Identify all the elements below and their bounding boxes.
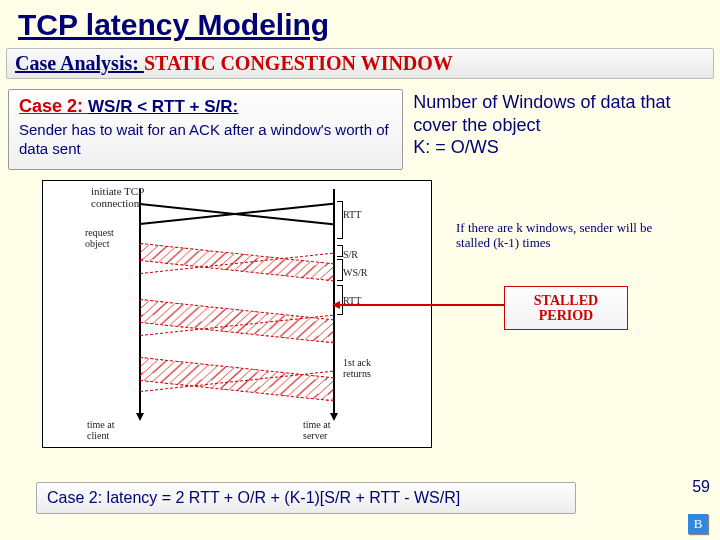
case-box: Case 2: WS/R < RTT + S/R: Sender has to … — [8, 89, 403, 170]
page-title: TCP latency Modeling — [0, 0, 720, 48]
case-heading: Case 2: WS/R < RTT + S/R: — [19, 96, 392, 117]
bracket-sr — [337, 245, 343, 257]
label-rtt: RTT — [343, 209, 361, 220]
bracket-rtt — [337, 201, 343, 239]
case-label: Case 2: — [19, 96, 88, 116]
num-windows-text: Number of Windows of data that cover the… — [413, 89, 712, 170]
latency-formula: Case 2: latency = 2 RTT + O/R + (K-1)[S/… — [36, 482, 576, 514]
stalled-pointer-line — [338, 304, 506, 306]
timing-diagram: initiate TCP connection request object R… — [42, 180, 432, 448]
bracket-wsr — [337, 259, 343, 281]
window-3-band — [140, 357, 334, 401]
label-first-ack: 1st ack returns — [343, 357, 371, 379]
subtitle-bar: Case Analysis: STATIC CONGESTION WINDOW — [6, 48, 714, 79]
bracket-rtt2 — [337, 285, 343, 315]
stalled-period-box: STALLED PERIOD — [504, 286, 628, 331]
page-number: 59 — [692, 478, 710, 496]
subtitle-rest: STATIC CONGESTION WINDOW — [144, 52, 453, 74]
stall-note: If there are k windows, sender will be s… — [456, 220, 686, 251]
badge-b: B — [688, 514, 708, 534]
label-time-server: time at server — [303, 419, 331, 441]
row-case-and-windows: Case 2: WS/R < RTT + S/R: Sender has to … — [8, 89, 712, 170]
arrow-down-icon — [330, 413, 338, 421]
label-request-object: request object — [85, 227, 114, 249]
diagram-area: initiate TCP connection request object R… — [8, 180, 712, 450]
window-1-band — [140, 243, 334, 281]
window-2-band — [140, 299, 334, 343]
label-initiate-tcp: initiate TCP connection — [91, 185, 144, 209]
label-time-client: time at client — [87, 419, 115, 441]
label-sr: S/R — [343, 249, 358, 260]
arrow-down-icon — [136, 413, 144, 421]
subtitle-lead: Case Analysis: — [15, 52, 144, 74]
case-condition: WS/R < RTT + S/R: — [88, 97, 238, 116]
label-wsr: WS/R — [343, 267, 367, 278]
case-description: Sender has to wait for an ACK after a wi… — [19, 121, 392, 159]
